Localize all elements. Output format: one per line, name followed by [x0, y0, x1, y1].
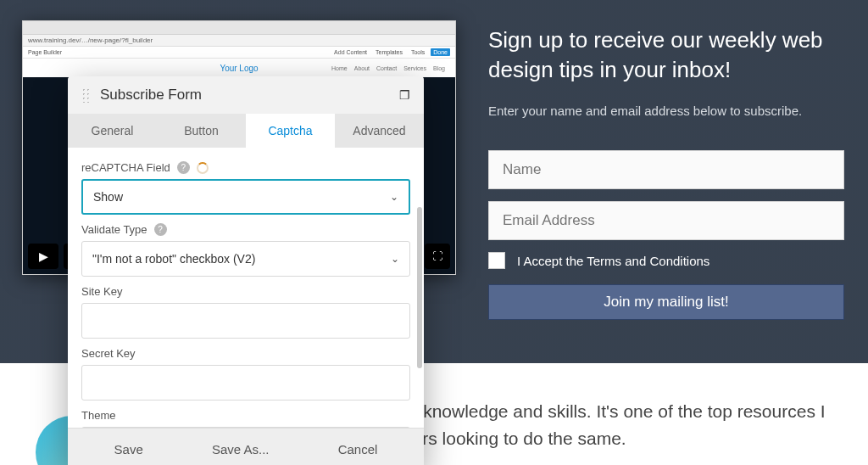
- site-logobar: Your Logo Home About Contact Services Bl…: [23, 59, 455, 77]
- templates-button[interactable]: Templates: [373, 48, 405, 56]
- tab-button[interactable]: Button: [157, 114, 246, 148]
- hero-title: Sign up to receive our weekly web design…: [488, 25, 844, 85]
- nav-contact[interactable]: Contact: [376, 65, 397, 71]
- email-field[interactable]: [488, 201, 844, 240]
- done-button[interactable]: Done: [431, 48, 450, 56]
- validate-type-label: Validate Type: [81, 223, 147, 236]
- secret-key-input[interactable]: [81, 365, 410, 401]
- add-content-button[interactable]: Add Content: [331, 48, 370, 56]
- subscribe-form-modal: Subscribe Form ❐ General Button Captcha …: [68, 76, 424, 465]
- browser-titlebar: [23, 21, 455, 35]
- nav-services[interactable]: Services: [403, 65, 426, 71]
- nav-home[interactable]: Home: [331, 65, 348, 71]
- recaptcha-field-select[interactable]: Show ⌄: [81, 179, 410, 215]
- terms-checkbox[interactable]: [488, 252, 505, 269]
- modal-tabs: General Button Captcha Advanced: [68, 114, 424, 148]
- help-icon[interactable]: ?: [177, 161, 190, 174]
- site-logo: Your Logo: [220, 64, 258, 73]
- hero-subtitle: Enter your name and email address below …: [488, 104, 844, 118]
- join-button[interactable]: Join my mailing list!: [488, 284, 844, 320]
- validate-type-select[interactable]: "I'm not a robot" checkbox (V2) ⌄: [81, 241, 410, 277]
- terms-label: I Accept the Terms and Conditions: [517, 254, 709, 268]
- save-as-button[interactable]: Save As...: [193, 437, 288, 462]
- address-bar[interactable]: www.training.dev/…/new-page/?fl_builder: [23, 35, 455, 47]
- save-button[interactable]: Save: [96, 437, 162, 462]
- site-key-label: Site Key: [81, 285, 122, 298]
- tab-general[interactable]: General: [68, 114, 157, 148]
- play-icon[interactable]: ▶: [28, 244, 58, 269]
- name-field[interactable]: [488, 150, 844, 189]
- builder-toolbar: Page Builder Add Content Templates Tools…: [23, 47, 455, 59]
- window-toggle-icon[interactable]: ❐: [399, 88, 410, 102]
- chevron-down-icon: ⌄: [391, 253, 399, 265]
- modal-title: Subscribe Form: [100, 87, 399, 104]
- hero-signup-form: Sign up to receive our weekly web design…: [488, 25, 844, 320]
- cancel-button[interactable]: Cancel: [320, 437, 397, 462]
- page-builder-label: Page Builder: [28, 49, 62, 55]
- validate-type-value: "I'm not a robot" checkbox (V2): [92, 252, 255, 266]
- recaptcha-field-value: Show: [93, 190, 123, 204]
- help-icon[interactable]: ?: [154, 223, 167, 236]
- nav-blog[interactable]: Blog: [433, 65, 445, 71]
- tab-captcha[interactable]: Captcha: [246, 114, 335, 148]
- fullscreen-icon[interactable]: ⛶: [425, 244, 450, 269]
- fields-panel: reCAPTCHA Field ? Show ⌄ Validate Type ?…: [68, 148, 424, 428]
- chevron-down-icon: ⌄: [390, 191, 398, 203]
- theme-label: Theme: [81, 409, 115, 422]
- secret-key-label: Secret Key: [81, 347, 136, 360]
- theme-select[interactable]: Light ⌄: [81, 427, 410, 428]
- scrollbar-thumb[interactable]: [417, 207, 422, 368]
- site-key-input[interactable]: [81, 303, 410, 339]
- recaptcha-field-label: reCAPTCHA Field: [81, 161, 170, 174]
- nav-about[interactable]: About: [354, 65, 370, 71]
- drag-handle-icon[interactable]: [81, 87, 92, 103]
- tab-advanced[interactable]: Advanced: [335, 114, 424, 148]
- loading-spinner-icon: [197, 162, 209, 174]
- tools-button[interactable]: Tools: [409, 48, 427, 56]
